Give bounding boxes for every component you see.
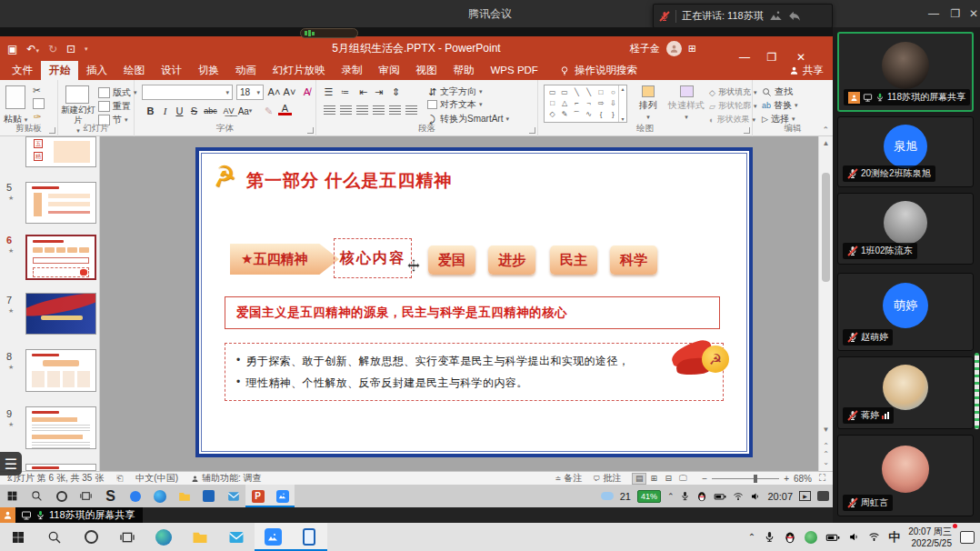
text-direction-button[interactable]: ⇵文字方向▾ bbox=[427, 85, 483, 99]
weather-cloud-icon[interactable] bbox=[601, 492, 614, 500]
align-right-icon[interactable] bbox=[356, 105, 368, 115]
bullet-textbox-selected[interactable]: 勇于探索、敢于创新、解放思想、实行变革是民主与科学提出和实现的途径， 理性精神、… bbox=[225, 343, 724, 401]
speaking-toast[interactable]: 正在讲话: 118苏琪 bbox=[653, 4, 833, 28]
clear-formatting-icon[interactable]: A̸ bbox=[300, 85, 314, 99]
task-view-button[interactable] bbox=[74, 485, 98, 507]
thumbnail-slide-7[interactable] bbox=[25, 293, 96, 335]
font-color-icon[interactable]: A bbox=[278, 104, 292, 115]
host-qq-icon[interactable] bbox=[784, 531, 796, 544]
ribbon-display-options-icon[interactable]: ⊞ bbox=[688, 43, 696, 55]
shape-outline-button[interactable]: ▱形状轮廓▾ bbox=[709, 100, 756, 112]
thumbnail-slide-8[interactable] bbox=[25, 349, 96, 392]
wifi-icon[interactable] bbox=[733, 491, 744, 502]
previous-slide-icon[interactable]: ⌃⌃ bbox=[819, 442, 833, 458]
meeting-taskbar-icon[interactable] bbox=[270, 485, 295, 507]
notification-tray-icon[interactable] bbox=[817, 491, 829, 501]
share-button[interactable]: 共享 bbox=[789, 61, 824, 80]
drawing-dialog-launcher[interactable] bbox=[744, 127, 750, 134]
mail-icon[interactable] bbox=[221, 485, 245, 507]
shapes-scroll[interactable]: ▴▾ bbox=[618, 85, 626, 122]
video-tray-icon[interactable]: ▶ bbox=[799, 491, 811, 501]
thumbnail-slide-5[interactable] bbox=[25, 182, 96, 224]
distribute-icon[interactable] bbox=[389, 105, 401, 115]
tab-wps-pdf[interactable]: WPS PDF bbox=[483, 61, 546, 80]
slide[interactable]: ☭ 第一部分 什么是五四精神 ★五四精神 核心内容 爱国 进步 民主 科学 爱国… bbox=[195, 147, 753, 457]
scrollbar-thumb[interactable] bbox=[822, 173, 830, 282]
app-icon[interactable] bbox=[123, 485, 147, 507]
share-screen-icon[interactable] bbox=[769, 9, 783, 23]
tray-expand-icon[interactable]: ⌃ bbox=[667, 492, 675, 501]
italic-icon[interactable]: I bbox=[158, 104, 172, 118]
clipboard-dialog-launcher[interactable] bbox=[49, 127, 55, 134]
tab-transitions[interactable]: 切换 bbox=[190, 61, 227, 80]
tab-review[interactable]: 审阅 bbox=[371, 61, 408, 80]
host-battery-icon[interactable] bbox=[825, 530, 840, 545]
tab-design[interactable]: 设计 bbox=[153, 61, 190, 80]
tell-me-search[interactable]: 操作说明搜索 bbox=[559, 61, 637, 80]
slideshow-view-button[interactable]: 🖵 bbox=[675, 473, 690, 485]
participant-tile[interactable]: 萌婷 赵萌婷 bbox=[837, 273, 974, 351]
host-tray-expand-icon[interactable]: ⌃ bbox=[748, 532, 755, 542]
host-clock[interactable]: 20:07 周三 2022/5/25 bbox=[908, 526, 952, 549]
format-painter-icon[interactable]: ✑ bbox=[34, 111, 42, 122]
layout-button[interactable]: 版式▾ bbox=[98, 86, 137, 99]
text-shadow-icon[interactable]: abc bbox=[204, 104, 217, 118]
quick-styles-button[interactable]: 快速样式▾ bbox=[665, 82, 707, 124]
shared-clock[interactable]: 20:07 bbox=[767, 491, 793, 502]
participant-tile[interactable]: 1班02陈流东 bbox=[837, 193, 974, 265]
decrease-indent-icon[interactable]: ⇤ bbox=[356, 85, 370, 99]
slide-sorter-view-button[interactable]: ⊞ bbox=[646, 473, 661, 485]
account-avatar[interactable] bbox=[666, 41, 682, 56]
reading-view-button[interactable]: ⊟ bbox=[661, 473, 675, 485]
participant-tile[interactable]: 泉旭 20测绘2班陈泉旭 bbox=[837, 116, 974, 187]
tab-insert[interactable]: 插入 bbox=[78, 61, 115, 80]
tab-help[interactable]: 帮助 bbox=[445, 61, 483, 80]
character-spacing-icon[interactable]: A͟V͟ bbox=[222, 104, 235, 118]
host-meeting-icon[interactable] bbox=[255, 523, 291, 551]
thumbnail-list-toggle[interactable]: ☰ bbox=[0, 452, 22, 476]
banner-arrow[interactable]: ★五四精神 bbox=[230, 244, 339, 275]
keyword-button[interactable]: 进步 bbox=[488, 245, 535, 275]
paste-icon[interactable] bbox=[5, 85, 25, 109]
shapes-gallery[interactable]: ▭▭╲╲□○ □△⌐¬⇨⇩ ◇✎⌒∿{} ▴▾ bbox=[544, 85, 627, 123]
host-speaker-icon[interactable] bbox=[848, 531, 860, 543]
search-button[interactable] bbox=[25, 485, 49, 507]
zoom-slider[interactable] bbox=[712, 478, 779, 479]
start-button[interactable] bbox=[0, 485, 25, 507]
host-mail-icon[interactable] bbox=[218, 523, 255, 551]
qq-icon[interactable] bbox=[696, 491, 707, 502]
tab-view[interactable]: 视图 bbox=[408, 61, 445, 80]
meeting-close-button[interactable]: ✕ bbox=[964, 0, 980, 27]
tab-slideshow[interactable]: 幻灯片放映 bbox=[265, 61, 334, 80]
tab-file[interactable]: 文件 bbox=[4, 61, 41, 80]
shrink-font-icon[interactable]: A˅ bbox=[283, 85, 296, 99]
highlight-textbox[interactable]: 爱国主义是五四精神的源泉，民主与科学是五四精神的核心 bbox=[225, 296, 720, 329]
ime-indicator[interactable]: 中 bbox=[888, 529, 900, 546]
host-task-view-button[interactable] bbox=[109, 523, 145, 551]
replace-button[interactable]: ab替换▾ bbox=[762, 99, 798, 112]
scroll-down-icon[interactable]: ▼ bbox=[819, 426, 833, 434]
keyword-button[interactable]: 科学 bbox=[610, 245, 657, 275]
font-name-combobox[interactable]: ▾ bbox=[142, 85, 233, 100]
battery-icon[interactable] bbox=[714, 490, 726, 503]
paragraph-dialog-launcher[interactable] bbox=[529, 127, 535, 134]
mic-tray-icon[interactable] bbox=[680, 491, 690, 501]
increase-indent-icon[interactable]: ⇥ bbox=[372, 85, 385, 99]
sidebar-scrollbar-thumb[interactable] bbox=[975, 353, 979, 429]
scroll-up-icon[interactable]: ▲ bbox=[819, 136, 833, 147]
align-left-icon[interactable] bbox=[324, 105, 335, 115]
find-button[interactable]: 查找 bbox=[762, 85, 793, 98]
host-edge-icon[interactable] bbox=[145, 523, 182, 551]
tab-home[interactable]: 开始 bbox=[41, 61, 78, 80]
arrange-button[interactable]: 排列▾ bbox=[633, 82, 664, 124]
accessibility-status[interactable]: 辅助功能: 调查 bbox=[191, 472, 262, 485]
app-icon[interactable]: S bbox=[98, 485, 123, 507]
host-start-button[interactable] bbox=[0, 523, 36, 551]
meeting-minimize-button[interactable]: — bbox=[924, 0, 944, 27]
fit-to-window-icon[interactable]: ⛶ bbox=[819, 473, 825, 484]
grow-font-icon[interactable]: A˄ bbox=[267, 85, 281, 99]
thumbnail-slide-10[interactable] bbox=[25, 464, 96, 471]
reset-button[interactable]: 重置 bbox=[98, 100, 131, 113]
host-phone-app-icon[interactable] bbox=[291, 523, 327, 551]
keyword-button[interactable]: 民主 bbox=[550, 245, 597, 275]
